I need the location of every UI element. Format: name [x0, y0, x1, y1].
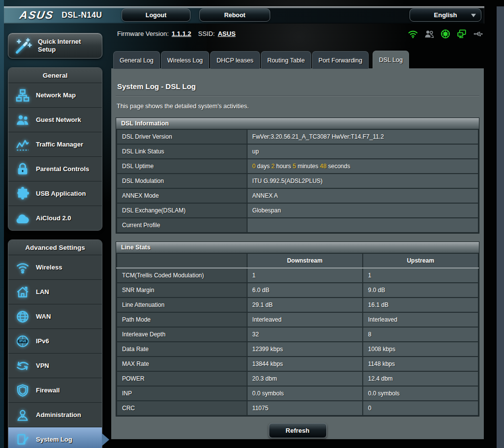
administration-icon — [15, 408, 30, 422]
lan-icon — [15, 285, 30, 299]
tab-routing-table[interactable]: Routing Table — [261, 51, 311, 69]
table-row: POWER20.3 dbm12.4 dbm — [117, 371, 478, 386]
sidebar-item-label: Administration — [36, 411, 81, 418]
sidebar-item-usb-application[interactable]: USB Application — [8, 181, 102, 206]
row-label: Interleave Depth — [117, 327, 247, 342]
downstream-value: 12399 kbps — [247, 342, 363, 357]
quick-internet-setup-button[interactable]: Quick InternetSetup — [8, 33, 102, 59]
sidebar-item-label: System Log — [36, 436, 72, 443]
sidebar-item-label: Traffic Manager — [36, 141, 83, 148]
table-row: DSL Link Statusup — [117, 144, 478, 159]
table-row: TCM(Trellis Coded Modulation)11 — [117, 268, 478, 283]
sidebar-item-vpn[interactable]: VPN — [8, 353, 102, 378]
upstream-value: 12.4 dbm — [363, 371, 478, 386]
ssid-label: SSID: — [198, 30, 215, 37]
upstream-value: 1 — [363, 268, 478, 283]
uptime-text: days — [255, 163, 271, 170]
wan-icon — [15, 309, 30, 324]
refresh-area: Refresh — [116, 423, 479, 438]
right-edge-strip — [497, 6, 504, 448]
sidebar-item-network-map[interactable]: Network Map — [8, 83, 102, 107]
chevron-down-icon — [471, 14, 476, 17]
sidebar: Quick InternetSetup GeneralNetwork MapGu… — [8, 33, 102, 448]
row-label: DSL Driver Version — [117, 129, 247, 144]
left-edge-strip — [0, 0, 4, 448]
router-admin-page: ASUS DSL-N14U Logout Reboot English Firm… — [0, 0, 504, 448]
sidebar-item-system-log[interactable]: System Log — [8, 427, 102, 448]
downstream-value: 6.0 dB — [247, 283, 363, 298]
table-row: Interleave Depth328 — [117, 327, 478, 342]
globe-icon[interactable] — [440, 29, 451, 39]
usb-application-icon — [15, 186, 30, 201]
uptime-number: 48 — [320, 163, 326, 170]
column-header-downstream: Downstream — [247, 253, 363, 268]
tab-general-log[interactable]: General Log — [113, 51, 160, 69]
uptime-text: hours — [275, 163, 293, 170]
sidebar-item-label: Parental Controls — [36, 165, 89, 173]
usb-icon[interactable] — [472, 29, 483, 39]
downstream-value: 29.1 dB — [247, 298, 363, 312]
table-row: DSL Uptime0 days 2 hours 5 minutes 48 se… — [117, 159, 478, 174]
table-row: Line Attenuation29.1 dB16.1 dB — [117, 298, 478, 312]
sidebar-item-parental-controls[interactable]: Parental Controls — [8, 156, 102, 181]
refresh-button[interactable]: Refresh — [269, 423, 327, 438]
downstream-value: Interleaved — [247, 312, 363, 327]
sidebar-item-label: VPN — [36, 362, 49, 369]
tab-dhcp-leases[interactable]: DHCP leases — [210, 51, 260, 69]
sidebar-item-wireless[interactable]: Wireless — [8, 255, 102, 279]
top-banner: ASUS DSL-N14U Logout Reboot English — [4, 6, 484, 24]
sidebar-item-wan[interactable]: WAN — [8, 304, 102, 329]
clients-icon[interactable] — [424, 29, 435, 39]
row-label: CRC — [117, 401, 247, 416]
asus-logo: ASUS — [19, 9, 55, 22]
svg-text:IPv6: IPv6 — [19, 339, 26, 343]
tab-wireless-log[interactable]: Wireless Log — [161, 51, 209, 69]
line-stats-title: Line Stats — [116, 242, 479, 253]
row-value: up — [247, 144, 478, 159]
sidebar-groups: GeneralNetwork MapGuest NetworkTraffic M… — [8, 67, 102, 448]
upstream-value: Interleaved — [363, 312, 478, 327]
row-label: TCM(Trellis Coded Modulation) — [117, 268, 247, 283]
table-row: INP0.0 symbols0.0 symbols — [117, 386, 478, 401]
upstream-value: 1008 kbps — [363, 342, 478, 357]
language-dropdown[interactable]: English — [410, 8, 481, 22]
language-value: English — [434, 11, 457, 19]
table-row: CRC110750 — [117, 401, 478, 416]
upstream-value: 1148 kbps — [363, 357, 478, 371]
reboot-button[interactable]: Reboot — [199, 8, 270, 22]
sidebar-item-guest-network[interactable]: Guest Network — [8, 107, 102, 132]
ssid-link[interactable]: ASUS — [218, 30, 235, 37]
sidebar-item-ipv6[interactable]: IPv6IPv6 — [8, 329, 102, 353]
sidebar-group-header-general: General — [8, 68, 102, 83]
table-row: Current Profile — [117, 218, 478, 233]
sidebar-item-label: WAN — [36, 313, 51, 320]
sidebar-item-aicloud-2-0[interactable]: AiCloud 2.0 — [8, 206, 102, 230]
table-row: ANNEX ModeANNEX A — [117, 188, 478, 203]
firmware-version-link[interactable]: 1.1.1.2 — [172, 30, 191, 37]
line-stats-table: Line Stats DownstreamUpstreamTCM(Trellis… — [116, 241, 479, 417]
vpn-icon — [15, 358, 30, 373]
brand-area: ASUS DSL-N14U — [20, 6, 102, 24]
sidebar-item-firewall[interactable]: Firewall — [8, 378, 102, 402]
sidebar-item-lan[interactable]: LAN — [8, 279, 102, 304]
sidebar-group-general: GeneralNetwork MapGuest NetworkTraffic M… — [8, 67, 102, 231]
row-value: Globespan — [247, 203, 478, 218]
downstream-value: 20.3 dbm — [247, 371, 363, 386]
system-log-icon — [15, 432, 30, 447]
sidebar-item-administration[interactable]: Administration — [8, 402, 102, 427]
downstream-value: 0.0 symbols — [247, 386, 363, 401]
row-value: ITU G.992.5(ADSL2PLUS) — [247, 174, 478, 188]
network-map-icon — [15, 88, 30, 103]
row-label: ANNEX Mode — [117, 188, 247, 203]
main-panel: System Log - DSL Log This page shows the… — [111, 68, 484, 439]
devices-icon[interactable] — [456, 29, 467, 39]
sidebar-item-label: AiCloud 2.0 — [36, 214, 71, 222]
sidebar-item-traffic-manager[interactable]: Traffic Manager — [8, 132, 102, 156]
tab-dsl-log[interactable]: DSL Log — [373, 51, 409, 69]
row-value: 0 days 2 hours 5 minutes 48 seconds — [247, 159, 478, 174]
tab-port-forwarding[interactable]: Port Forwarding — [312, 51, 369, 69]
upstream-value: 0 — [363, 401, 478, 416]
sidebar-item-label: Network Map — [36, 91, 76, 99]
wifi-icon[interactable] — [408, 29, 418, 39]
logout-button[interactable]: Logout — [122, 8, 190, 22]
